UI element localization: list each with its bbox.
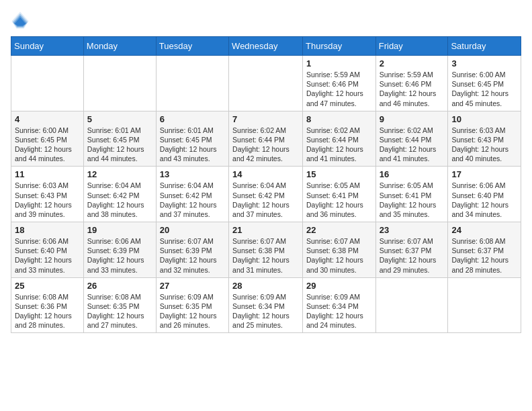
- day-info: Sunrise: 6:02 AM Sunset: 6:44 PM Dayligh…: [380, 126, 445, 164]
- day-info: Sunrise: 6:02 AM Sunset: 6:44 PM Dayligh…: [306, 126, 372, 164]
- calendar-cell: [11, 56, 84, 111]
- day-number: 14: [232, 169, 299, 179]
- calendar-cell: 21Sunrise: 6:07 AM Sunset: 6:38 PM Dayli…: [229, 222, 303, 278]
- calendar-cell: 8Sunrise: 6:02 AM Sunset: 6:44 PM Daylig…: [303, 111, 376, 167]
- day-number: 28: [232, 281, 299, 291]
- day-header-friday: Friday: [375, 37, 448, 56]
- day-info: Sunrise: 6:03 AM Sunset: 6:43 PM Dayligh…: [15, 181, 80, 219]
- day-info: Sunrise: 6:04 AM Sunset: 6:42 PM Dayligh…: [87, 181, 152, 219]
- day-info: Sunrise: 6:00 AM Sunset: 6:45 PM Dayligh…: [451, 70, 517, 108]
- day-info: Sunrise: 6:09 AM Sunset: 6:34 PM Dayligh…: [232, 292, 299, 330]
- calendar-cell: 16Sunrise: 6:05 AM Sunset: 6:41 PM Dayli…: [375, 167, 448, 222]
- calendar-cell: 29Sunrise: 6:09 AM Sunset: 6:34 PM Dayli…: [303, 277, 376, 333]
- day-number: 5: [87, 114, 152, 124]
- calendar-cell: 22Sunrise: 6:07 AM Sunset: 6:38 PM Dayli…: [303, 222, 376, 278]
- day-info: Sunrise: 6:07 AM Sunset: 6:39 PM Dayligh…: [160, 236, 225, 275]
- day-header-tuesday: Tuesday: [156, 37, 228, 56]
- day-number: 15: [306, 169, 372, 179]
- day-number: 13: [160, 169, 225, 179]
- calendar-cell: 7Sunrise: 6:02 AM Sunset: 6:44 PM Daylig…: [229, 111, 303, 167]
- calendar-cell: 24Sunrise: 6:08 AM Sunset: 6:37 PM Dayli…: [448, 222, 521, 278]
- calendar-cell: [83, 56, 156, 111]
- day-info: Sunrise: 6:06 AM Sunset: 6:40 PM Dayligh…: [15, 236, 80, 275]
- calendar-cell: [229, 56, 303, 111]
- day-number: 19: [87, 225, 152, 235]
- day-info: Sunrise: 6:08 AM Sunset: 6:37 PM Dayligh…: [451, 236, 517, 275]
- day-number: 24: [451, 225, 517, 235]
- day-info: Sunrise: 6:09 AM Sunset: 6:34 PM Dayligh…: [306, 292, 372, 330]
- calendar-cell: 13Sunrise: 6:04 AM Sunset: 6:42 PM Dayli…: [156, 167, 228, 222]
- day-header-monday: Monday: [83, 37, 156, 56]
- day-info: Sunrise: 6:05 AM Sunset: 6:41 PM Dayligh…: [306, 181, 372, 219]
- day-number: 21: [232, 225, 299, 235]
- calendar-cell: 3Sunrise: 6:00 AM Sunset: 6:45 PM Daylig…: [448, 56, 521, 111]
- calendar-cell: 25Sunrise: 6:08 AM Sunset: 6:36 PM Dayli…: [11, 277, 84, 333]
- day-number: 2: [380, 58, 445, 68]
- day-info: Sunrise: 6:09 AM Sunset: 6:35 PM Dayligh…: [160, 292, 225, 330]
- day-number: 10: [451, 114, 517, 124]
- day-info: Sunrise: 6:06 AM Sunset: 6:40 PM Dayligh…: [451, 181, 517, 219]
- day-info: Sunrise: 6:07 AM Sunset: 6:38 PM Dayligh…: [306, 236, 372, 275]
- day-info: Sunrise: 5:59 AM Sunset: 6:46 PM Dayligh…: [306, 70, 372, 108]
- day-info: Sunrise: 6:07 AM Sunset: 6:38 PM Dayligh…: [232, 236, 299, 275]
- day-info: Sunrise: 6:02 AM Sunset: 6:44 PM Dayligh…: [232, 126, 299, 164]
- day-number: 29: [306, 281, 372, 291]
- day-info: Sunrise: 6:00 AM Sunset: 6:45 PM Dayligh…: [15, 126, 80, 164]
- day-info: Sunrise: 6:01 AM Sunset: 6:45 PM Dayligh…: [87, 126, 152, 164]
- day-info: Sunrise: 6:01 AM Sunset: 6:45 PM Dayligh…: [160, 126, 225, 164]
- calendar-cell: 23Sunrise: 6:07 AM Sunset: 6:37 PM Dayli…: [375, 222, 448, 278]
- calendar-cell: 17Sunrise: 6:06 AM Sunset: 6:40 PM Dayli…: [448, 167, 521, 222]
- page-header: [11, 11, 521, 30]
- day-info: Sunrise: 6:06 AM Sunset: 6:39 PM Dayligh…: [87, 236, 152, 275]
- day-number: 20: [160, 225, 225, 235]
- day-info: Sunrise: 6:08 AM Sunset: 6:35 PM Dayligh…: [87, 292, 152, 330]
- day-number: 9: [380, 114, 445, 124]
- day-number: 12: [87, 169, 152, 179]
- day-number: 11: [15, 169, 80, 179]
- calendar-cell: 6Sunrise: 6:01 AM Sunset: 6:45 PM Daylig…: [156, 111, 228, 167]
- calendar-cell: 11Sunrise: 6:03 AM Sunset: 6:43 PM Dayli…: [11, 167, 84, 222]
- calendar-cell: 19Sunrise: 6:06 AM Sunset: 6:39 PM Dayli…: [83, 222, 156, 278]
- day-number: 25: [15, 281, 80, 291]
- day-number: 6: [160, 114, 225, 124]
- day-number: 8: [306, 114, 372, 124]
- day-number: 22: [306, 225, 372, 235]
- day-info: Sunrise: 6:08 AM Sunset: 6:36 PM Dayligh…: [15, 292, 80, 330]
- day-number: 23: [380, 225, 445, 235]
- day-number: 17: [451, 169, 517, 179]
- calendar-cell: 26Sunrise: 6:08 AM Sunset: 6:35 PM Dayli…: [83, 277, 156, 333]
- day-number: 26: [87, 281, 152, 291]
- calendar-cell: 18Sunrise: 6:06 AM Sunset: 6:40 PM Dayli…: [11, 222, 84, 278]
- day-number: 4: [15, 114, 80, 124]
- day-info: Sunrise: 6:07 AM Sunset: 6:37 PM Dayligh…: [380, 236, 445, 275]
- day-info: Sunrise: 5:59 AM Sunset: 6:46 PM Dayligh…: [380, 70, 445, 108]
- calendar-cell: 9Sunrise: 6:02 AM Sunset: 6:44 PM Daylig…: [375, 111, 448, 167]
- day-number: 27: [160, 281, 225, 291]
- day-number: 7: [232, 114, 299, 124]
- calendar-cell: 1Sunrise: 5:59 AM Sunset: 6:46 PM Daylig…: [303, 56, 376, 111]
- calendar-cell: 2Sunrise: 5:59 AM Sunset: 6:46 PM Daylig…: [375, 56, 448, 111]
- calendar-cell: 20Sunrise: 6:07 AM Sunset: 6:39 PM Dayli…: [156, 222, 228, 278]
- calendar-cell: 10Sunrise: 6:03 AM Sunset: 6:43 PM Dayli…: [448, 111, 521, 167]
- day-info: Sunrise: 6:04 AM Sunset: 6:42 PM Dayligh…: [232, 181, 299, 219]
- day-header-wednesday: Wednesday: [229, 37, 303, 56]
- calendar-cell: [448, 277, 521, 333]
- day-info: Sunrise: 6:04 AM Sunset: 6:42 PM Dayligh…: [160, 181, 225, 219]
- calendar-cell: 14Sunrise: 6:04 AM Sunset: 6:42 PM Dayli…: [229, 167, 303, 222]
- day-header-sunday: Sunday: [11, 37, 84, 56]
- logo-icon: [11, 11, 30, 30]
- calendar-cell: 15Sunrise: 6:05 AM Sunset: 6:41 PM Dayli…: [303, 167, 376, 222]
- calendar-table: SundayMondayTuesdayWednesdayThursdayFrid…: [11, 36, 521, 333]
- logo: [11, 11, 32, 30]
- calendar-cell: [375, 277, 448, 333]
- calendar-cell: [156, 56, 228, 111]
- calendar-cell: 4Sunrise: 6:00 AM Sunset: 6:45 PM Daylig…: [11, 111, 84, 167]
- calendar-cell: 12Sunrise: 6:04 AM Sunset: 6:42 PM Dayli…: [83, 167, 156, 222]
- day-number: 3: [451, 58, 517, 68]
- day-info: Sunrise: 6:05 AM Sunset: 6:41 PM Dayligh…: [380, 181, 445, 219]
- day-number: 16: [380, 169, 445, 179]
- day-info: Sunrise: 6:03 AM Sunset: 6:43 PM Dayligh…: [451, 126, 517, 164]
- calendar-cell: 5Sunrise: 6:01 AM Sunset: 6:45 PM Daylig…: [83, 111, 156, 167]
- day-header-saturday: Saturday: [448, 37, 521, 56]
- day-number: 1: [306, 58, 372, 68]
